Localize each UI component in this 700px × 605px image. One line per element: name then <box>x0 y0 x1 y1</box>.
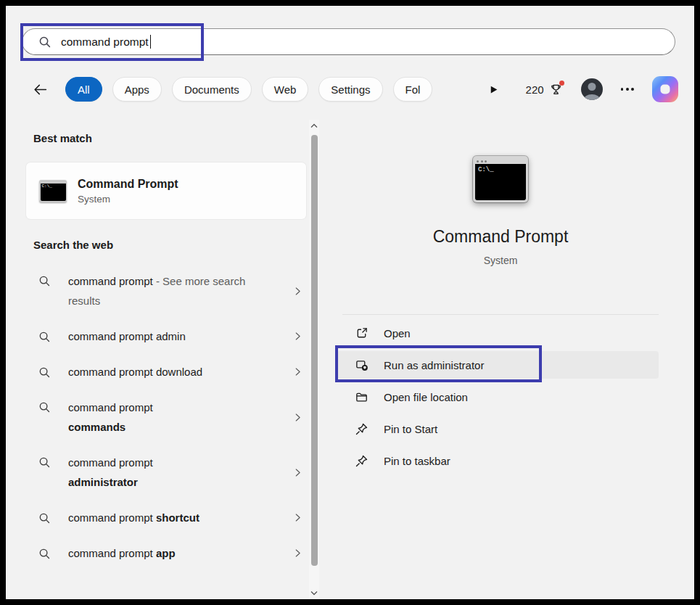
search-icon <box>38 366 51 379</box>
action-label: Open <box>384 327 411 339</box>
chevron-right-icon[interactable] <box>292 412 303 423</box>
chevron-right-icon[interactable] <box>292 331 303 342</box>
back-button[interactable] <box>28 77 52 102</box>
folder-icon <box>355 390 369 404</box>
trophy-icon <box>549 83 563 96</box>
avatar-silhouette <box>588 83 596 91</box>
search-bar[interactable]: command prompt <box>22 28 675 55</box>
action-label: Run as administrator <box>384 359 484 371</box>
action-open-file-location[interactable]: Open file location <box>337 383 659 411</box>
tab-all[interactable]: All <box>65 77 102 102</box>
search-flyout-window: command prompt All Apps Documents Web Se… <box>6 6 694 599</box>
rewards-button[interactable]: 220 <box>526 83 563 96</box>
search-icon <box>38 330 51 343</box>
scroll-down-arrow[interactable] <box>309 590 319 596</box>
web-suggestions-list: command prompt - See more search results… <box>26 261 309 573</box>
suggestion-row-administrator[interactable]: command prompt administrator <box>26 447 309 498</box>
suggestion-row-download[interactable]: command prompt download <box>26 356 309 387</box>
user-avatar[interactable] <box>581 78 603 100</box>
best-match-title: Command Prompt <box>78 178 178 191</box>
chevron-right-icon[interactable] <box>292 548 303 559</box>
suggestion-row-shortcut[interactable]: command prompt shortcut <box>26 502 309 533</box>
tab-documents[interactable]: Documents <box>172 77 252 102</box>
suggestion-row-admin[interactable]: command prompt admin <box>26 321 309 352</box>
action-label: Pin to taskbar <box>384 455 450 467</box>
search-icon <box>38 35 52 49</box>
tab-web[interactable]: Web <box>262 77 309 102</box>
search-icon <box>38 547 51 560</box>
search-web-heading: Search the web <box>33 239 113 251</box>
toolbar-right-group: 220 <box>488 76 678 102</box>
suggestion-row-commands[interactable]: command prompt commands <box>26 392 309 443</box>
chevron-right-icon[interactable] <box>292 286 303 297</box>
search-icon <box>38 400 51 413</box>
best-match-subtitle: System <box>78 194 178 205</box>
suggestion-row-app[interactable]: command prompt app <box>26 538 309 569</box>
action-label: Open file location <box>384 391 468 403</box>
tab-folders[interactable]: Fol <box>393 77 433 102</box>
action-pin-to-taskbar[interactable]: Pin to taskbar <box>337 447 659 474</box>
tab-settings[interactable]: Settings <box>318 77 382 102</box>
action-open[interactable]: Open <box>337 319 659 347</box>
more-options-button[interactable] <box>621 88 634 91</box>
chevron-right-icon[interactable] <box>292 512 303 523</box>
action-pin-to-start[interactable]: Pin to Start <box>337 415 659 443</box>
search-icon <box>38 274 51 287</box>
search-icon <box>38 511 51 524</box>
search-input[interactable]: command prompt <box>61 36 149 49</box>
notification-dot <box>559 81 564 86</box>
scroll-up-arrow[interactable] <box>309 123 319 128</box>
open-external-icon <box>355 326 369 340</box>
rewards-points: 220 <box>526 83 544 96</box>
suggestion-row-see-more[interactable]: command prompt - See more search results <box>26 266 309 316</box>
command-prompt-icon: C:\_ <box>39 180 67 202</box>
copilot-icon[interactable] <box>652 76 678 102</box>
actions-list: Open Run as administrator Open file loca… <box>337 317 659 477</box>
app-preview-panel: C:\_ Command Prompt System <box>326 120 675 266</box>
chevron-right-icon[interactable] <box>292 366 303 377</box>
tab-apps[interactable]: Apps <box>112 77 162 102</box>
admin-shield-icon <box>355 358 369 372</box>
screenshot-root: { "colors": { "accent": "#0c66c2", "anno… <box>0 0 700 605</box>
app-subtitle: System <box>326 255 675 266</box>
text-caret <box>150 35 152 49</box>
best-match-item[interactable]: C:\_ Command Prompt System <box>26 162 306 219</box>
command-prompt-icon-large: C:\_ <box>473 156 528 202</box>
actions-divider <box>342 314 659 315</box>
search-icon <box>38 456 51 469</box>
pin-icon <box>355 422 369 436</box>
scrollbar-thumb[interactable] <box>311 135 318 566</box>
action-run-as-administrator[interactable]: Run as administrator <box>337 351 659 379</box>
chevron-right-icon[interactable] <box>292 467 303 478</box>
pin-icon <box>355 454 369 468</box>
scrollbar[interactable] <box>309 120 319 599</box>
play-icon[interactable] <box>488 84 499 95</box>
best-match-heading: Best match <box>33 132 92 144</box>
filter-toolbar: All Apps Documents Web Settings Fol 220 <box>28 75 678 103</box>
app-title: Command Prompt <box>326 227 675 247</box>
action-label: Pin to Start <box>384 423 437 435</box>
